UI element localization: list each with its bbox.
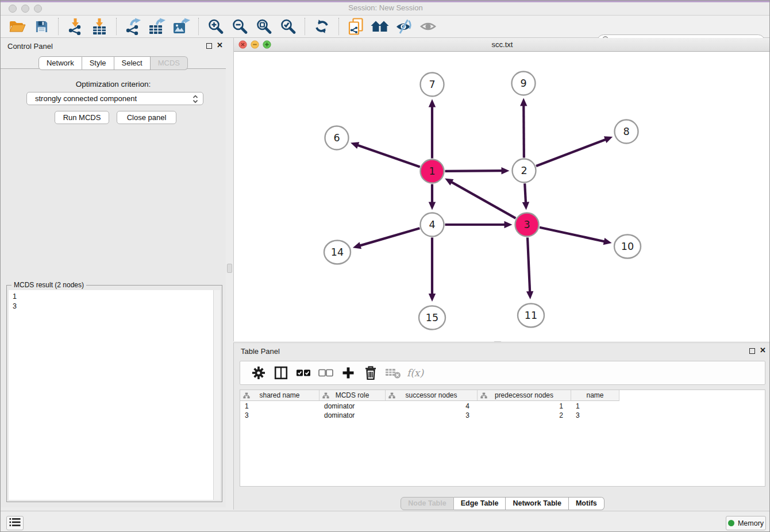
node-1[interactable]: 1	[421, 160, 444, 183]
select-all-icon[interactable]	[292, 363, 314, 383]
column-header-successor-nodes[interactable]: successor nodes	[386, 390, 478, 401]
import-table-icon[interactable]	[88, 16, 111, 37]
close-panel-button[interactable]: Close panel	[117, 111, 176, 124]
node-2[interactable]: 2	[513, 159, 536, 183]
node-10[interactable]: 10	[614, 235, 641, 259]
export-network-icon[interactable]	[122, 16, 145, 37]
column-header-shared-name[interactable]: shared name	[240, 390, 319, 401]
zoom-selected-icon[interactable]	[276, 16, 299, 37]
node-11[interactable]: 11	[518, 304, 544, 327]
network-graph: 7968124314101511	[234, 52, 770, 341]
svg-text:2: 2	[521, 165, 527, 176]
cell-MCDS-role[interactable]: dominator	[319, 402, 386, 411]
cell-name[interactable]: 1	[571, 402, 619, 411]
criterion-select[interactable]: strongly connected component	[26, 92, 203, 105]
tree-hierarchy-icon	[322, 392, 329, 400]
arrowhead-icon	[522, 202, 529, 210]
settings-gear-icon[interactable]	[248, 363, 269, 383]
node-3[interactable]: 3	[515, 213, 539, 237]
memory-status-icon	[728, 520, 734, 526]
edge-4-15[interactable]	[429, 238, 436, 302]
tab-mcds[interactable]: MCDS	[151, 56, 188, 70]
open-session-icon[interactable]	[6, 16, 29, 37]
tab-network[interactable]: Network	[38, 56, 82, 70]
task-history-button[interactable]	[6, 516, 24, 530]
delete-column-icon[interactable]	[360, 363, 381, 383]
tree-hierarchy-icon	[480, 392, 487, 400]
zoom-in-icon[interactable]	[204, 16, 227, 37]
deselect-all-icon[interactable]	[315, 363, 336, 383]
add-column-icon[interactable]	[337, 363, 359, 383]
import-network-icon[interactable]	[64, 16, 87, 37]
network-view-window: scc.txt 7968124314101511	[233, 38, 770, 341]
main-toolbar	[1, 16, 770, 38]
control-panel-float-icon[interactable]	[206, 43, 212, 49]
zoom-fit-icon[interactable]	[252, 16, 275, 37]
cell-shared-name[interactable]: 3	[240, 411, 319, 420]
zoom-out-icon[interactable]	[228, 16, 251, 37]
table-panel-close-icon[interactable]: ✕	[760, 346, 766, 355]
mcds-result-title: MCDS result (2 nodes)	[11, 281, 86, 289]
hide-selected-icon[interactable]	[392, 16, 415, 37]
cell-shared-name[interactable]: 1	[240, 402, 319, 411]
delete-table-icon	[382, 363, 403, 383]
mcds-result-textarea[interactable]: 1 3	[9, 290, 220, 500]
cell-MCDS-role[interactable]: dominator	[319, 411, 386, 420]
table-panel-float-icon[interactable]	[749, 348, 755, 354]
network-canvas[interactable]: 7968124314101511	[234, 52, 770, 341]
edge-2-9[interactable]	[520, 98, 527, 157]
memory-button[interactable]: Memory	[726, 516, 766, 530]
tab-network-table[interactable]: Network Table	[506, 497, 569, 510]
cell-successor-nodes[interactable]: 4	[386, 402, 478, 411]
edge-1-2[interactable]	[445, 167, 509, 174]
node-14[interactable]: 14	[324, 241, 351, 264]
first-neighbors-icon[interactable]	[368, 16, 391, 37]
column-header-MCDS-role[interactable]: MCDS role	[319, 390, 386, 401]
tab-select[interactable]: Select	[114, 56, 151, 70]
column-layout-icon[interactable]	[270, 363, 291, 383]
node-4[interactable]: 4	[421, 213, 444, 237]
result-scrollbar[interactable]	[213, 290, 220, 500]
node-8[interactable]: 8	[615, 120, 638, 144]
table-row[interactable]: 3dominator323	[240, 411, 619, 420]
edge-4-3[interactable]	[445, 221, 513, 228]
run-mcds-button[interactable]: Run MCDS	[55, 111, 109, 124]
node-9[interactable]: 9	[512, 72, 536, 95]
refresh-icon[interactable]	[310, 16, 333, 37]
edge-1-6[interactable]	[351, 142, 420, 167]
tab-edge-table[interactable]: Edge Table	[454, 497, 506, 510]
table-row[interactable]: 1dominator411	[240, 402, 619, 411]
column-header-predecessor-nodes[interactable]: predecessor nodes	[478, 390, 571, 401]
arrowhead-icon	[604, 136, 613, 143]
tab-style[interactable]: Style	[82, 56, 114, 70]
cell-predecessor-nodes[interactable]: 2	[478, 411, 571, 420]
cell-successor-nodes[interactable]: 3	[386, 411, 478, 420]
save-session-icon[interactable]	[30, 16, 53, 37]
cell-predecessor-nodes[interactable]: 1	[478, 402, 571, 411]
edge-3-11[interactable]	[526, 237, 533, 299]
clone-network-icon[interactable]	[344, 16, 367, 37]
vertical-splitter-grip[interactable]	[227, 264, 232, 273]
cell-name[interactable]: 3	[571, 411, 619, 420]
edge-1-4[interactable]	[429, 184, 436, 210]
table-panel-title: Table Panel	[241, 347, 280, 356]
edge-4-14[interactable]	[353, 228, 420, 249]
toolbar-separator	[305, 18, 305, 35]
control-panel-close-icon[interactable]: ✕	[217, 41, 223, 50]
node-7[interactable]: 7	[421, 73, 444, 97]
edge-1-7[interactable]	[429, 99, 436, 159]
edge-3-10[interactable]	[540, 228, 612, 245]
network-window-titlebar: scc.txt	[234, 38, 770, 52]
export-table-icon[interactable]	[146, 16, 169, 37]
edge-2-3[interactable]	[522, 183, 529, 210]
export-image-icon[interactable]	[170, 16, 193, 37]
edge-2-8[interactable]	[536, 136, 613, 166]
node-6[interactable]: 6	[325, 126, 349, 150]
mcds-result-group: MCDS result (2 nodes) 1 3	[6, 285, 222, 502]
column-header-name[interactable]: name	[571, 390, 619, 401]
node-15[interactable]: 15	[419, 306, 445, 330]
edge-3-1[interactable]	[445, 179, 515, 218]
tab-motifs[interactable]: Motifs	[569, 497, 605, 510]
tree-hierarchy-icon	[388, 392, 395, 400]
tab-node-table[interactable]: Node Table	[401, 497, 453, 510]
